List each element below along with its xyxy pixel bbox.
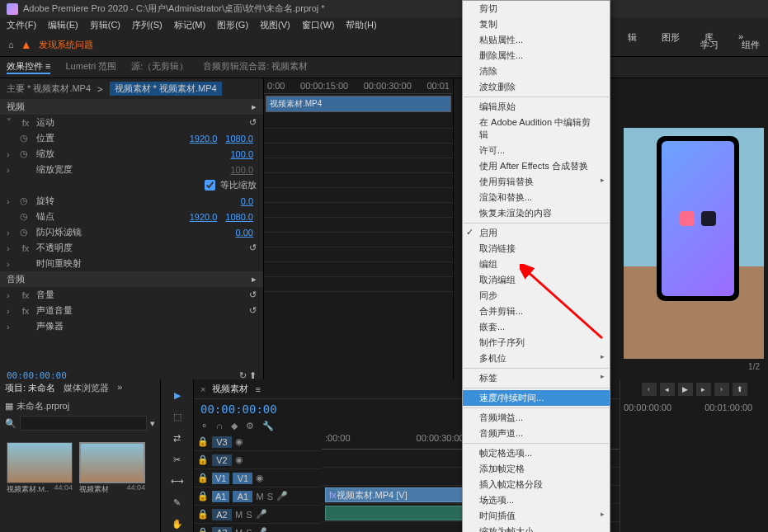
step-back-button[interactable]: ◂ <box>660 383 675 396</box>
export-frame-button[interactable]: ⬆ <box>733 383 747 396</box>
context-menu-item[interactable]: 多机位▸ <box>463 351 610 366</box>
razor-tool[interactable]: ✂ <box>170 452 185 467</box>
right-ruler[interactable]: 00:00:00:00 00:01:00:00 00:02:00:00 <box>620 399 768 416</box>
reset-icon[interactable]: ↺ <box>249 242 257 253</box>
wrench-icon[interactable]: 🔧 <box>262 421 274 431</box>
timeline-clip-video[interactable]: fx 视频素材.MP4 [V] <box>325 487 474 502</box>
fx-badge[interactable]: fx <box>20 290 31 300</box>
solo-button[interactable]: S <box>267 492 273 501</box>
workspace-library[interactable]: 库 <box>704 31 714 44</box>
play-button[interactable]: ▶ <box>678 383 693 396</box>
eye-icon[interactable]: ◉ <box>256 473 264 483</box>
project-item[interactable]: 视频素材.M..44:04 <box>7 442 73 495</box>
reset-icon[interactable]: ↺ <box>249 290 257 300</box>
timeline-clip-audio[interactable] <box>325 506 474 520</box>
tab-audio-clip-mixer[interactable]: 音频剪辑混合器: 视频素材 <box>203 60 308 74</box>
track-v2[interactable]: V2 <box>212 454 232 466</box>
ec-timeremap[interactable]: 时间重映射 <box>36 257 257 270</box>
workspace-graphics[interactable]: 图形 <box>662 31 680 44</box>
overflow-icon[interactable]: » <box>117 382 122 394</box>
preview-zoom[interactable]: 1/2 <box>748 362 760 371</box>
lock-icon[interactable]: 🔒 <box>197 527 209 532</box>
ec-ruler[interactable]: 0:00 00:00:15:00 00:00:30:00 00:01 <box>264 78 453 94</box>
home-icon[interactable]: ⌂ <box>8 40 14 49</box>
ec-master-clip[interactable]: 主要 * 视频素材.MP4 <box>7 82 91 95</box>
ec-antiflicker-val[interactable]: 0.00 <box>236 228 253 238</box>
reset-icon[interactable]: ↺ <box>249 305 257 316</box>
ec-pos-y[interactable]: 1080.0 <box>225 134 253 144</box>
context-menu-item[interactable]: 音频增益... <box>463 410 610 426</box>
settings-icon[interactable]: ⚙ <box>246 421 254 431</box>
ec-clip-bar[interactable]: 视频素材.MP4 <box>266 96 451 112</box>
context-menu-item[interactable]: 帧定格选项... <box>463 445 610 461</box>
ec-sequence-clip[interactable]: 视频素材 * 视频素材.MP4 <box>110 82 222 96</box>
track-a1[interactable]: A1 <box>233 491 252 502</box>
context-menu-item[interactable]: 许可... <box>463 143 610 158</box>
workspace-overflow-icon[interactable]: » <box>738 31 743 44</box>
voice-icon[interactable]: 🎤 <box>276 491 288 501</box>
context-menu-item[interactable]: 嵌套... <box>463 319 610 335</box>
context-menu-item[interactable]: 编辑原始 <box>463 99 610 115</box>
selection-tool[interactable]: ▶ <box>170 388 185 403</box>
context-menu-item[interactable]: 剪切 <box>463 1 610 16</box>
eye-icon[interactable]: ◉ <box>235 436 243 447</box>
context-menu-item[interactable]: 波纹删除 <box>463 79 610 95</box>
context-menu-item[interactable]: 在 Adobe Audition 中编辑剪辑 <box>463 115 610 143</box>
context-menu-item[interactable]: 速度/持续时间... <box>463 390 610 406</box>
menu-view[interactable]: 视图(V) <box>260 19 290 31</box>
context-menu-item[interactable]: 粘贴属性... <box>463 32 610 48</box>
mute-button[interactable]: M <box>235 528 243 533</box>
ec-timecode[interactable]: 00:00:00:00 <box>7 370 67 379</box>
stopwatch-icon[interactable]: ◷ <box>20 227 31 238</box>
ec-pos-x[interactable]: 1920.0 <box>190 134 218 144</box>
pen-tool[interactable]: ✎ <box>170 495 185 510</box>
ec-opacity[interactable]: 不透明度 <box>36 242 244 254</box>
stopwatch-icon[interactable]: ◷ <box>20 211 31 222</box>
mute-button[interactable]: M <box>256 492 263 501</box>
ec-panner[interactable]: 声像器 <box>36 320 257 332</box>
tab-project[interactable]: 项目: 未命名 <box>5 382 55 394</box>
ec-chanvol[interactable]: 声道音量 <box>36 304 244 317</box>
context-menu-item[interactable]: 使用剪辑替换▸ <box>463 174 610 190</box>
track-v3[interactable]: V3 <box>212 436 232 448</box>
context-menu-item[interactable]: 编组 <box>463 257 610 272</box>
context-menu-item[interactable]: 使用 After Effects 合成替换 <box>463 158 610 174</box>
slip-tool[interactable]: ⟷ <box>170 473 185 488</box>
mark-in-button[interactable]: ‹ <box>642 383 657 396</box>
context-menu-item[interactable]: 添加帧定格 <box>463 461 610 477</box>
reset-icon[interactable]: ↺ <box>249 117 257 128</box>
menu-window[interactable]: 窗口(W) <box>302 19 335 31</box>
menu-sequence[interactable]: 序列(S) <box>132 19 163 31</box>
snap-icon[interactable]: ⚬ <box>200 421 208 431</box>
tab-media-browser[interactable]: 媒体浏览器 <box>64 382 109 394</box>
menu-help[interactable]: 帮助(H) <box>346 19 376 31</box>
mute-button[interactable]: M <box>235 510 243 520</box>
track-v1[interactable]: V1 <box>233 473 252 484</box>
context-menu-item[interactable]: 场选项... <box>463 492 610 508</box>
context-menu-item[interactable]: 清除 <box>463 64 610 79</box>
context-menu-item[interactable]: 删除属性... <box>463 48 610 64</box>
eye-icon[interactable]: ◉ <box>235 454 243 465</box>
menu-graphics[interactable]: 图形(G) <box>217 19 248 31</box>
fx-badge[interactable]: fx <box>20 243 31 253</box>
menu-marker[interactable]: 标记(M) <box>174 19 206 31</box>
solo-button[interactable]: S <box>246 510 252 520</box>
workspace-edit[interactable]: 辑 <box>628 31 637 44</box>
stopwatch-icon[interactable]: ◷ <box>20 148 31 159</box>
ec-anchor-x[interactable]: 1920.0 <box>190 212 218 222</box>
voice-icon[interactable]: 🎤 <box>256 527 267 532</box>
menu-file[interactable]: 文件(F) <box>7 19 36 31</box>
context-menu-item[interactable]: 插入帧定格分段 <box>463 477 610 492</box>
tab-source[interactable]: 源:（无剪辑） <box>131 60 188 74</box>
context-menu-item[interactable]: 渲染和替换... <box>463 190 610 205</box>
stopwatch-icon[interactable]: ◷ <box>20 133 31 144</box>
track-a2[interactable]: A2 <box>212 509 232 520</box>
mark-out-button[interactable]: › <box>714 383 729 396</box>
lock-icon[interactable]: 🔒 <box>197 436 209 447</box>
lock-icon[interactable]: 🔒 <box>197 454 209 465</box>
hand-tool[interactable]: ✋ <box>170 516 185 531</box>
context-menu-item[interactable]: 同步 <box>463 288 610 304</box>
tab-lumetri-scopes[interactable]: Lumetri 范围 <box>65 60 116 74</box>
menu-edit[interactable]: 编辑(E) <box>48 19 78 31</box>
export-icon[interactable]: ⬆ <box>249 370 257 379</box>
